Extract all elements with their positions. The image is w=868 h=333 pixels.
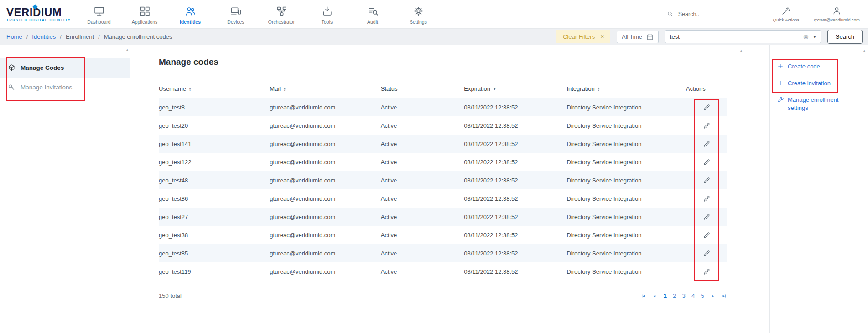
quick-actions-button[interactable]: Quick Actions [773,6,800,22]
applications-icon [139,5,151,17]
cell-username: geo_test27 [159,213,270,220]
column-header-expiration[interactable]: Expiration▾ [464,85,567,92]
settings-icon [413,5,424,17]
sidebar-item-label: Manage Invitations [21,84,72,91]
invitations-icon [8,83,16,91]
cell-expiration: 03/11/2022 12:38:52 [464,195,567,202]
nav-item-settings[interactable]: Settings [395,4,441,25]
right-panel: Create code Create invitation Manage enr… [769,45,868,333]
main-scrollbar-up-icon[interactable]: ▲ [739,49,743,53]
page-title: Manage codes [159,57,769,67]
prev-page-icon[interactable] [652,293,657,299]
edit-pencil-icon[interactable] [703,140,711,148]
last-page-icon[interactable] [722,293,727,299]
cell-expiration: 03/11/2022 12:38:52 [464,232,567,239]
cell-mail: gtureac@veridiumid.com [270,250,380,257]
cell-actions [686,250,727,257]
cell-integration: Directory Service Integration [567,250,686,257]
search-button[interactable]: Search [827,30,863,44]
edit-pencil-icon[interactable] [703,195,711,203]
cell-integration: Directory Service Integration [567,177,686,184]
column-label: Actions [686,85,706,92]
edit-pencil-icon[interactable] [703,122,711,130]
clear-filters-button[interactable]: Clear Filters × [556,30,610,43]
edit-pencil-icon[interactable] [703,268,711,276]
next-page-icon[interactable] [710,293,716,299]
table-row: geo_test38gtureac@veridiumid.comActive03… [159,226,727,244]
page-number[interactable]: 1 [663,292,667,299]
sort-desc-icon: ▾ [494,87,496,91]
cell-status: Active [381,122,464,129]
page-number[interactable]: 4 [691,292,695,299]
sidebar-item-manage-invitations[interactable]: Manage Invitations [0,78,130,97]
column-label: Username [159,85,186,92]
cell-expiration: 03/11/2022 12:38:52 [464,213,567,220]
column-header-username[interactable]: Username▴▾ [159,85,270,92]
edit-pencil-icon[interactable] [703,104,711,111]
column-header-integration[interactable]: Integration▴▾ [567,85,686,92]
filter-search-box[interactable]: ⊗ ▾ [665,30,821,43]
global-search[interactable] [665,9,759,19]
page-number[interactable]: 5 [701,292,704,299]
table-header-row: Username▴▾Mail▴▾StatusExpiration▾Integra… [159,80,727,98]
edit-pencil-icon[interactable] [703,158,711,166]
page-number[interactable]: 2 [673,292,676,299]
nav-label-orchestrator: Orchestrator [268,19,295,25]
cell-expiration: 03/11/2022 12:38:52 [464,250,567,257]
quick-actions-label: Quick Actions [773,17,800,22]
breadcrumb-item[interactable]: Home [6,33,22,40]
nav-item-tools[interactable]: Tools [304,4,350,25]
nav-item-audit[interactable]: Audit [350,4,395,25]
cell-username: geo_test119 [159,268,270,275]
nav-item-orchestrator[interactable]: Orchestrator [259,4,304,25]
edit-pencil-icon[interactable] [703,250,711,257]
cell-actions [686,158,727,166]
cell-status: Active [381,177,464,184]
top-bar: VERIDIUM TRUSTED DIGITAL IDENTITY Dashbo… [0,0,868,28]
create-code-link[interactable]: Create code [777,61,863,72]
time-range-filter[interactable]: All Time [617,31,658,43]
cell-mail: gtureac@veridiumid.com [270,122,380,129]
cell-status: Active [381,268,464,275]
edit-pencil-icon[interactable] [703,213,711,221]
user-menu[interactable]: q'ctest@veridiumid.com [814,6,860,22]
column-header-mail[interactable]: Mail▴▾ [270,85,380,92]
filter-area: Clear Filters × All Time ⊗ ▾ Search [556,30,863,44]
clear-search-icon[interactable]: ⊗ [803,34,809,40]
manage-enrollment-settings-link[interactable]: Manage enrollment settings [777,96,863,112]
nav-label-devices: Devices [227,19,244,25]
breadcrumb-separator: / [98,33,100,40]
table-row: geo_test20gtureac@veridiumid.comActive03… [159,116,727,135]
table-row: geo_test48gtureac@veridiumid.comActive03… [159,171,727,189]
edit-pencil-icon[interactable] [703,231,711,239]
nav-item-devices[interactable]: Devices [213,4,259,25]
veridium-logo[interactable]: VERIDIUM TRUSTED DIGITAL IDENTITY [6,7,72,22]
breadcrumb: Home/Identities/Enrollment/Manage enroll… [6,33,172,40]
sidebar-item-manage-codes[interactable]: Manage Codes [0,58,130,78]
nav-item-applications[interactable]: Applications [122,4,167,25]
table-row: geo_test85gtureac@veridiumid.comActive03… [159,244,727,262]
cell-expiration: 03/11/2022 12:38:52 [464,104,567,111]
first-page-icon[interactable] [640,293,646,299]
cell-actions [686,195,727,203]
page-number[interactable]: 3 [682,292,686,299]
create-invitation-link[interactable]: Create invitation [777,78,863,88]
edit-pencil-icon[interactable] [703,177,711,184]
cell-status: Active [381,104,464,111]
cell-integration: Directory Service Integration [567,104,686,111]
sidebar-scrollbar-up-icon[interactable]: ▲ [125,48,129,52]
filter-search-input[interactable] [670,33,803,40]
cell-username: geo_test20 [159,122,270,129]
time-range-label: All Time [622,34,642,40]
search-dropdown-icon[interactable]: ▾ [813,34,816,40]
breadcrumb-item: Manage enrollment codes [104,33,172,40]
nav-item-identities[interactable]: Identities [167,4,213,25]
column-label: Integration [567,85,594,92]
left-sidebar: Manage CodesManage Invitations ▲ [0,45,130,333]
page-scrollbar-up-icon[interactable]: ▲ [863,49,866,53]
cell-status: Active [381,159,464,166]
breadcrumb-item[interactable]: Identities [32,33,56,40]
cell-status: Active [381,140,464,147]
nav-item-dashboard[interactable]: Dashboard [76,4,122,25]
global-search-input[interactable] [678,11,751,17]
